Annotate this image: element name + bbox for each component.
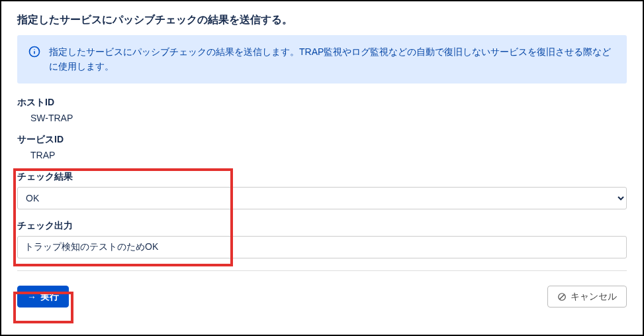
service-id-label: サービスID: [17, 134, 627, 146]
field-service-id: サービスID TRAP: [17, 134, 627, 160]
actions-row: → 実行 キャンセル: [17, 286, 627, 308]
host-id-value: SW-TRAP: [17, 113, 627, 123]
info-panel: 指定したサービスにパッシブチェックの結果を送信します。TRAP監視やログ監視など…: [17, 35, 627, 84]
info-icon: [28, 45, 41, 58]
execute-button[interactable]: → 実行: [17, 286, 69, 308]
service-id-value: TRAP: [17, 150, 627, 160]
check-result-label: チェック結果: [17, 171, 627, 183]
cancel-button[interactable]: キャンセル: [547, 286, 627, 308]
check-output-label: チェック出力: [17, 220, 627, 232]
info-text: 指定したサービスにパッシブチェックの結果を送信します。TRAP監視やログ監視など…: [49, 44, 616, 74]
host-id-label: ホストID: [17, 97, 627, 109]
execute-button-label: 実行: [40, 290, 59, 304]
svg-line-4: [560, 294, 565, 299]
cancel-button-label: キャンセル: [571, 290, 617, 304]
dialog-frame: 指定したサービスにパッシブチェックの結果を送信する。 指定したサービスにパッシブ…: [0, 0, 644, 336]
field-check-result: チェック結果 OK: [17, 171, 627, 209]
arrow-right-icon: →: [27, 292, 36, 302]
check-output-input[interactable]: [17, 236, 627, 258]
svg-point-2: [34, 49, 34, 50]
divider: [17, 270, 627, 271]
field-host-id: ホストID SW-TRAP: [17, 97, 627, 123]
dialog-title: 指定したサービスにパッシブチェックの結果を送信する。: [17, 13, 627, 27]
field-check-output: チェック出力: [17, 220, 627, 258]
cancel-icon: [557, 292, 567, 302]
check-result-select[interactable]: OK: [17, 187, 627, 209]
